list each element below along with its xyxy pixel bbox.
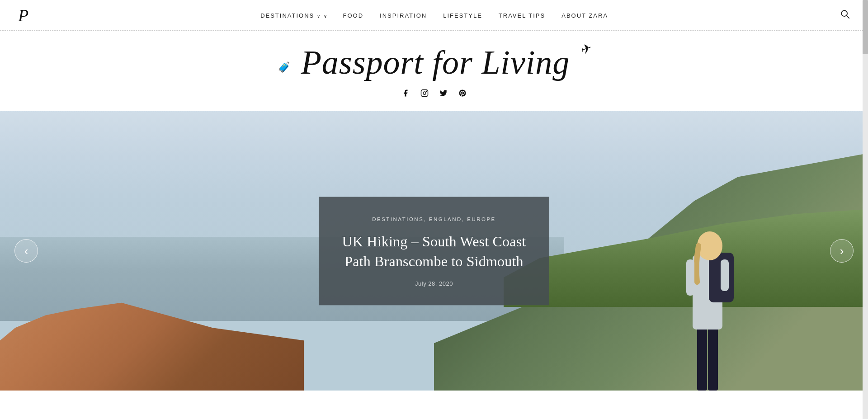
svg-rect-10 bbox=[686, 259, 694, 296]
hero-slider: ‹ DESTINATIONS, ENGLAND, EUROPE UK Hikin… bbox=[0, 111, 868, 391]
twitter-icon[interactable] bbox=[439, 88, 448, 98]
top-navigation: P DESTINATIONS ∨ FOOD INSPIRATION LIFEST… bbox=[0, 0, 868, 31]
svg-point-3 bbox=[423, 92, 426, 94]
pinterest-icon[interactable] bbox=[458, 88, 467, 98]
facebook-icon[interactable] bbox=[401, 88, 410, 98]
instagram-icon[interactable] bbox=[420, 88, 429, 98]
svg-line-1 bbox=[847, 16, 849, 18]
nav-link-lifestyle[interactable]: LIFESTYLE bbox=[443, 12, 482, 19]
slider-next-button[interactable]: › bbox=[830, 239, 854, 263]
svg-rect-11 bbox=[721, 259, 729, 291]
logo-text: Passport for Living bbox=[301, 44, 570, 81]
nav-link-destinations[interactable]: DESTINATIONS ∨ bbox=[260, 12, 323, 19]
nav-link-about-zara[interactable]: ABOUT ZARA bbox=[561, 12, 608, 19]
scrollbar-thumb[interactable] bbox=[863, 0, 868, 54]
svg-point-4 bbox=[426, 91, 427, 92]
plane-icon: ✈ bbox=[578, 41, 593, 58]
social-icons-bar bbox=[401, 88, 467, 98]
nav-link-food[interactable]: FOOD bbox=[343, 12, 364, 19]
scrollbar-track[interactable] bbox=[863, 0, 868, 391]
hero-article-card: DESTINATIONS, ENGLAND, EUROPE UK Hiking … bbox=[319, 197, 549, 305]
search-icon[interactable] bbox=[840, 9, 850, 21]
nav-link-inspiration[interactable]: INSPIRATION bbox=[380, 12, 427, 19]
nav-link-travel-tips[interactable]: TRAVEL TIPS bbox=[499, 12, 545, 19]
svg-rect-6 bbox=[708, 323, 718, 391]
svg-rect-2 bbox=[421, 90, 428, 97]
article-title[interactable]: UK Hiking – South West Coast Path Bransc… bbox=[340, 232, 528, 271]
article-tags: DESTINATIONS, ENGLAND, EUROPE bbox=[340, 217, 528, 222]
suitcase-icon: 🧳 bbox=[277, 62, 290, 73]
hero-person-silhouette bbox=[674, 165, 741, 391]
site-header: 🧳 Passport for Living ✈ bbox=[0, 31, 868, 111]
article-date: July 28, 2020 bbox=[340, 280, 528, 287]
svg-rect-5 bbox=[697, 323, 707, 391]
slider-prev-button[interactable]: ‹ bbox=[14, 239, 38, 263]
nav-links-list: DESTINATIONS ∨ FOOD INSPIRATION LIFESTYL… bbox=[260, 11, 608, 19]
site-logo: 🧳 Passport for Living ✈ bbox=[277, 44, 591, 81]
nav-logo-link[interactable]: P bbox=[18, 5, 28, 25]
